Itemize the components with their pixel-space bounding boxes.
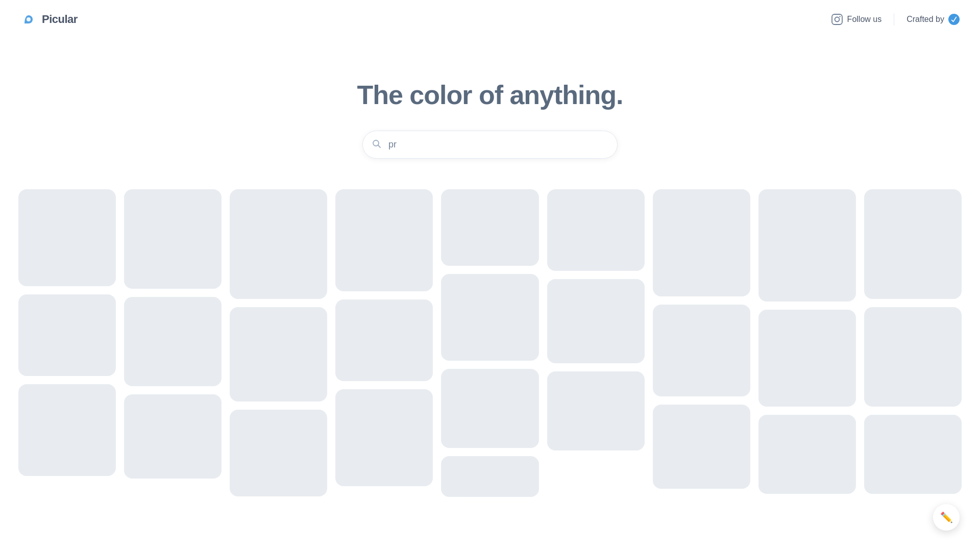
list-item	[335, 389, 433, 486]
fab-button[interactable]: ✏️	[933, 504, 960, 531]
list-item	[441, 369, 538, 448]
grid-column-9	[864, 189, 962, 497]
list-item	[758, 310, 856, 407]
list-item	[653, 189, 750, 296]
list-item	[758, 415, 856, 494]
list-item	[335, 299, 433, 381]
grid-column-5	[441, 189, 538, 497]
grid-column-1	[18, 189, 116, 497]
list-item	[864, 307, 962, 407]
list-item	[653, 305, 750, 396]
crafted-by-label: Crafted by	[906, 15, 944, 24]
hero-title: The color of anything.	[357, 80, 623, 110]
color-grid	[0, 189, 980, 497]
list-item	[547, 189, 645, 271]
follow-us-label: Follow us	[847, 15, 882, 24]
svg-point-3	[835, 17, 839, 22]
crafted-by-icon	[948, 14, 960, 25]
list-item	[124, 189, 222, 289]
masonry-grid	[10, 189, 970, 497]
svg-point-1	[27, 17, 31, 21]
header: Picular Follow us Crafted by	[0, 0, 980, 39]
logo-text: Picular	[42, 13, 78, 26]
list-item	[335, 189, 433, 291]
logo[interactable]: Picular	[20, 11, 78, 28]
list-item	[547, 279, 645, 363]
list-item	[547, 371, 645, 450]
list-item	[230, 189, 327, 299]
list-item	[18, 384, 116, 476]
pencil-icon: ✏️	[940, 511, 953, 523]
list-item	[18, 294, 116, 376]
list-item	[864, 415, 962, 494]
grid-column-8	[758, 189, 856, 497]
grid-column-6	[547, 189, 645, 497]
list-item	[124, 394, 222, 479]
instagram-icon	[831, 13, 843, 26]
grid-column-2	[124, 189, 222, 497]
header-right: Follow us Crafted by	[831, 13, 960, 26]
grid-column-3	[230, 189, 327, 497]
list-item	[441, 274, 538, 361]
svg-rect-2	[832, 14, 842, 24]
list-item	[758, 189, 856, 302]
hero-section: The color of anything.	[0, 39, 980, 189]
search-icon	[372, 139, 382, 151]
follow-us-link[interactable]: Follow us	[831, 13, 882, 26]
grid-column-7	[653, 189, 750, 497]
list-item	[653, 405, 750, 489]
list-item	[230, 307, 327, 402]
list-item	[18, 189, 116, 286]
grid-column-4	[335, 189, 433, 497]
crafted-by-link[interactable]: Crafted by	[906, 14, 960, 25]
logo-icon	[20, 11, 37, 28]
search-container	[362, 131, 618, 159]
list-item	[441, 189, 538, 266]
search-input[interactable]	[362, 131, 618, 159]
list-item	[441, 456, 538, 497]
list-item	[124, 297, 222, 386]
list-item	[230, 410, 327, 496]
svg-point-5	[373, 140, 379, 146]
list-item	[864, 189, 962, 299]
svg-point-4	[839, 16, 840, 17]
header-divider	[894, 13, 894, 26]
